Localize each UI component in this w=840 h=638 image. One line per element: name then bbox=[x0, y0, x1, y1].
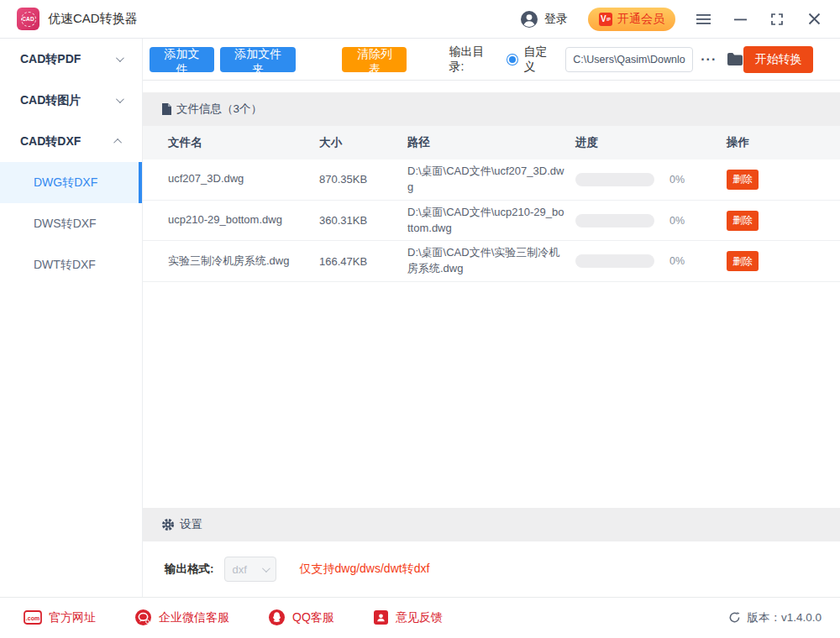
official-site-link[interactable]: .com 官方网址 bbox=[24, 610, 96, 625]
delete-button[interactable]: 删除 bbox=[727, 170, 759, 190]
wechat-support-link[interactable]: 企业微信客服 bbox=[134, 609, 229, 626]
browse-more-button[interactable]: ··· bbox=[701, 52, 717, 67]
format-support-note: 仅支持dwg/dws/dwt转dxf bbox=[300, 562, 430, 577]
chevron-down-icon bbox=[116, 54, 124, 62]
chevron-down-icon bbox=[261, 564, 270, 573]
col-action: 操作 bbox=[727, 135, 815, 150]
minimize-icon bbox=[734, 13, 747, 25]
file-size: 360.31KB bbox=[319, 214, 407, 227]
col-size: 大小 bbox=[319, 135, 407, 150]
delete-button[interactable]: 删除 bbox=[727, 251, 759, 271]
title-bar: CAD 优速CAD转换器 登录 VIP 开通会员 bbox=[0, 0, 840, 39]
clear-list-button[interactable]: 清除列表 bbox=[342, 47, 407, 72]
version-info: 版本：v1.4.0.0 bbox=[728, 610, 822, 625]
maximize-button[interactable] bbox=[769, 12, 785, 27]
website-icon: .com bbox=[24, 610, 42, 625]
table-row: ucf207_3D.dwg 870.35KB D:\桌面\CAD文件\ucf20… bbox=[143, 160, 840, 201]
menu-button[interactable] bbox=[696, 12, 711, 27]
logo-cad-text: CAD bbox=[21, 12, 36, 27]
empty-area bbox=[143, 282, 840, 508]
toolbar: 添加文件 添加文件夹 清除列表 输出目录: 自定义 ··· 开始转换 bbox=[143, 39, 840, 81]
close-button[interactable] bbox=[806, 12, 822, 27]
output-format-row: 输出格式: dxf 仅支持dwg/dws/dwt转dxf bbox=[143, 541, 840, 597]
table-row: 实验三制冷机房系统.dwg 166.47KB D:\桌面\CAD文件\实验三制冷… bbox=[143, 241, 840, 282]
start-convert-button[interactable]: 开始转换 bbox=[743, 46, 813, 73]
sidebar-subitem-dwt-to-dxf[interactable]: DWT转DXF bbox=[0, 244, 142, 285]
file-path: D:\桌面\CAD文件\ucp210-29_bottom.dwg bbox=[407, 201, 567, 241]
progress-bar bbox=[575, 173, 654, 186]
maximize-icon bbox=[770, 13, 784, 26]
login-button[interactable]: 登录 bbox=[520, 10, 568, 29]
progress-bar bbox=[575, 254, 654, 268]
add-file-button[interactable]: 添加文件 bbox=[150, 47, 214, 72]
app-logo-icon: CAD bbox=[17, 8, 39, 30]
output-dir-label: 输出目录: bbox=[449, 44, 496, 75]
output-format-select[interactable]: dxf bbox=[224, 557, 276, 582]
app-title: 优速CAD转换器 bbox=[48, 11, 138, 27]
file-info-title: 文件信息（3个） bbox=[176, 102, 262, 117]
wechat-icon bbox=[134, 609, 152, 626]
table-header: 文件名 大小 路径 进度 操作 bbox=[143, 126, 840, 160]
file-path: D:\桌面\CAD文件\实验三制冷机房系统.dwg bbox=[407, 241, 567, 281]
user-avatar-icon bbox=[520, 10, 538, 29]
file-name: ucp210-29_bottom.dwg bbox=[168, 208, 294, 233]
sidebar-subitem-dws-to-dxf[interactable]: DWS转DXF bbox=[0, 203, 142, 244]
sidebar-item-cad-to-pdf[interactable]: CAD转PDF bbox=[0, 39, 142, 80]
chevron-up-icon bbox=[113, 139, 122, 147]
sidebar-item-cad-to-dxf[interactable]: CAD转DXF bbox=[0, 121, 142, 162]
col-filename: 文件名 bbox=[168, 135, 319, 150]
svg-text:.com: .com bbox=[26, 615, 39, 621]
vip-icon: VIP bbox=[599, 13, 612, 26]
output-path-input[interactable] bbox=[565, 47, 693, 72]
hamburger-icon bbox=[696, 13, 711, 25]
file-path: D:\桌面\CAD文件\ucf207_3D.dwg bbox=[407, 160, 567, 200]
feedback-link[interactable]: 意见反馈 bbox=[373, 609, 443, 625]
document-icon bbox=[161, 103, 171, 115]
settings-title: 设置 bbox=[180, 517, 202, 532]
add-folder-button[interactable]: 添加文件夹 bbox=[220, 47, 296, 72]
settings-band: 设置 bbox=[143, 508, 840, 541]
delete-button[interactable]: 删除 bbox=[727, 211, 759, 231]
chevron-down-icon bbox=[116, 95, 124, 103]
output-format-label: 输出格式: bbox=[165, 562, 214, 577]
sidebar-subitem-dwg-to-dxf[interactable]: DWG转DXF bbox=[0, 162, 142, 203]
file-info-band: 文件信息（3个） bbox=[143, 92, 840, 126]
footer: .com 官方网址 企业微信客服 QQ客服 意见反馈 版本：v1. bbox=[0, 597, 840, 637]
progress-percent: 0% bbox=[669, 255, 685, 267]
vip-label: 开通会员 bbox=[617, 12, 664, 27]
radio-dot bbox=[509, 56, 516, 63]
progress-bar bbox=[575, 214, 654, 227]
sidebar-item-cad-to-image[interactable]: CAD转图片 bbox=[0, 80, 142, 121]
sidebar: CAD转PDF CAD转图片 CAD转DXF DWG转DXF DWS转DXF D… bbox=[0, 39, 143, 597]
minimize-button[interactable] bbox=[732, 12, 748, 27]
file-size: 870.35KB bbox=[319, 173, 407, 186]
col-progress: 进度 bbox=[575, 135, 727, 150]
version-label: 版本：v1.4.0.0 bbox=[747, 610, 822, 625]
col-path: 路径 bbox=[407, 135, 575, 150]
close-icon bbox=[808, 13, 821, 25]
custom-output-label: 自定义 bbox=[524, 44, 558, 75]
vip-upgrade-button[interactable]: VIP 开通会员 bbox=[588, 8, 675, 31]
progress-percent: 0% bbox=[669, 215, 685, 227]
custom-output-radio[interactable] bbox=[507, 54, 517, 65]
table-row: ucp210-29_bottom.dwg 360.31KB D:\桌面\CAD文… bbox=[143, 201, 840, 242]
qq-support-link[interactable]: QQ客服 bbox=[268, 609, 334, 626]
feedback-icon bbox=[373, 609, 389, 625]
file-name: 实验三制冷机房系统.dwg bbox=[168, 249, 294, 274]
login-label: 登录 bbox=[544, 12, 568, 27]
folder-icon bbox=[727, 52, 743, 66]
file-size: 166.47KB bbox=[319, 255, 407, 268]
update-refresh-icon bbox=[728, 611, 741, 624]
gear-icon bbox=[161, 518, 175, 531]
open-folder-button[interactable] bbox=[727, 52, 743, 66]
progress-percent: 0% bbox=[669, 174, 685, 186]
qq-icon bbox=[268, 609, 286, 626]
file-name: ucf207_3D.dwg bbox=[168, 167, 294, 191]
